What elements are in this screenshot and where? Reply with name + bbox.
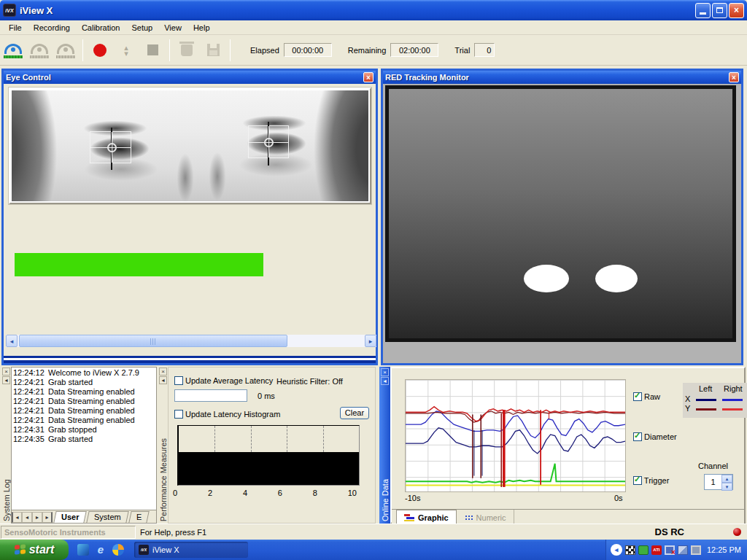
- scroll-right-button[interactable]: ▸: [365, 335, 376, 347]
- trace-legend: Left Right X Y: [683, 383, 747, 418]
- legend-swatch-x-left: [696, 399, 716, 401]
- system-log-close-button[interactable]: ×: [2, 368, 10, 376]
- window-bottom-edge: [4, 356, 376, 363]
- close-icon: ×: [734, 5, 739, 15]
- close-button[interactable]: ×: [729, 3, 744, 18]
- raw-checkbox[interactable]: ✓: [633, 392, 642, 401]
- restore-button[interactable]: [712, 3, 727, 18]
- nav-prev-icon: ◂: [26, 514, 28, 521]
- tray-ati-icon[interactable]: ATI: [651, 545, 662, 555]
- taskbar-task-iview-x[interactable]: iVX iView X: [134, 542, 248, 558]
- log-next-tab-button[interactable]: ▸: [32, 512, 42, 523]
- channel-down-button[interactable]: ▾: [721, 483, 732, 491]
- diameter-checkbox[interactable]: ✓: [633, 432, 642, 441]
- trigger-checkbox[interactable]: ✓: [633, 476, 642, 485]
- system-log-label: System Log: [2, 479, 11, 521]
- log-entry: 12:24:21Data Streaming enabled: [13, 397, 156, 406]
- latency-ms-label: 0 ms: [258, 392, 275, 400]
- log-prev-tab-button[interactable]: ◂: [22, 512, 32, 523]
- iview-x-application: iVX iView X × FileRecordingCalibrationSe…: [0, 0, 747, 560]
- eye-camera-image[interactable]: [12, 90, 368, 201]
- log-last-tab-button[interactable]: ▸: [42, 512, 53, 523]
- start-button[interactable]: start: [0, 540, 69, 560]
- axis-tick: 8: [313, 489, 317, 497]
- system-tray: ◂ ATI × 12:25 PM: [605, 540, 747, 560]
- latency-value-input[interactable]: [174, 389, 247, 402]
- increment-trial-button[interactable]: ▴▾: [115, 39, 138, 61]
- log-first-tab-button[interactable]: ◂: [12, 512, 22, 523]
- stop-button[interactable]: [141, 39, 164, 61]
- menu-calibration[interactable]: Calibration: [76, 22, 126, 34]
- online-data-graph[interactable]: [405, 379, 626, 492]
- scrollbar-track[interactable]: [18, 335, 365, 347]
- calibration-button[interactable]: [28, 39, 51, 61]
- floppy-disk-icon: [207, 44, 220, 56]
- tab-numeric[interactable]: Numeric: [457, 510, 514, 524]
- update-average-latency-checkbox[interactable]: [174, 376, 183, 385]
- quicklaunch-app-icon[interactable]: [77, 544, 89, 556]
- eye-control-client: ◂ ▸: [4, 84, 376, 363]
- tab-graphic[interactable]: Graphic: [396, 510, 457, 524]
- tray-chevron-button[interactable]: ◂: [611, 544, 622, 556]
- axis-tick: 4: [243, 489, 247, 497]
- menu-file[interactable]: File: [3, 22, 28, 34]
- scroll-left-button[interactable]: ◂: [6, 335, 18, 347]
- log-tab-user[interactable]: User: [53, 511, 87, 523]
- spin-down-icon: ▾: [726, 484, 729, 489]
- tray-network-icon[interactable]: [678, 545, 688, 555]
- menu-view[interactable]: View: [158, 22, 187, 34]
- menu-help[interactable]: Help: [187, 22, 216, 34]
- raw-label: Raw: [644, 392, 660, 401]
- tray-display-icon[interactable]: [691, 545, 701, 555]
- eye-control-close-button[interactable]: ×: [363, 72, 374, 82]
- trigger-checkbox-row: ✓ Trigger: [633, 476, 669, 485]
- save-button[interactable]: [201, 39, 225, 61]
- online-data-tabbar: Graphic Numeric: [392, 509, 744, 524]
- right-eye-crosshair: [248, 125, 289, 158]
- validation-button[interactable]: [54, 39, 77, 61]
- app-title: iView X: [20, 5, 694, 16]
- trigger-label: Trigger: [644, 476, 669, 485]
- system-log-panel: × ◂ System Log 12:24:12Welcome to iView …: [1, 367, 157, 524]
- menu-setup[interactable]: Setup: [125, 22, 158, 34]
- status-bar: SensoMotoric Instruments For Help, press…: [0, 524, 747, 540]
- tray-flag-icon[interactable]: [625, 545, 635, 555]
- eye-control-titlebar[interactable]: Eye Control ×: [4, 71, 376, 84]
- tray-network-disconnected-icon[interactable]: ×: [665, 545, 675, 555]
- performance-collapse-button[interactable]: ◂: [159, 376, 167, 384]
- legend-left-header: Left: [699, 384, 712, 393]
- chevron-left-icon: ◂: [615, 546, 619, 553]
- media-player-icon[interactable]: [112, 544, 124, 556]
- channel-spinner[interactable]: 1 ▴ ▾: [704, 474, 733, 490]
- clear-button[interactable]: Clear: [340, 407, 369, 419]
- internet-explorer-icon[interactable]: e: [95, 544, 107, 556]
- check-icon: ✓: [634, 431, 640, 440]
- red-monitor-titlebar[interactable]: RED Tracking Monitor ×: [383, 71, 741, 84]
- update-latency-histogram-checkbox[interactable]: [174, 410, 183, 419]
- help-hint: For Help, press F1: [140, 528, 206, 537]
- calibration-icon: [31, 44, 48, 57]
- eye-image-button[interactable]: [1, 39, 25, 61]
- record-button[interactable]: [88, 39, 112, 61]
- performance-close-button[interactable]: ×: [159, 368, 167, 376]
- system-log-collapse-button[interactable]: ◂: [2, 376, 10, 384]
- log-tab-cut[interactable]: E: [128, 511, 150, 523]
- channel-up-button[interactable]: ▴: [721, 475, 732, 483]
- elapsed-field: 00:00:00: [284, 43, 332, 57]
- scrollbar-thumb[interactable]: [19, 335, 287, 347]
- tray-utility-icon[interactable]: [638, 545, 649, 555]
- log-tab-system[interactable]: System: [87, 511, 129, 523]
- collapse-icon: ◂: [161, 377, 164, 384]
- online-data-close-button[interactable]: ×: [381, 368, 389, 376]
- remaining-field: 02:00:00: [390, 43, 438, 57]
- discard-button[interactable]: [175, 39, 198, 61]
- windows-logo-icon: [15, 544, 26, 556]
- log-list[interactable]: 12:24:12Welcome to iView X 2.7.912:24:21…: [12, 368, 156, 510]
- menu-recording[interactable]: Recording: [28, 22, 76, 34]
- eye-control-scrollbar[interactable]: ◂ ▸: [6, 335, 376, 347]
- red-monitor-close-button[interactable]: ×: [729, 72, 739, 82]
- minimize-button[interactable]: [695, 3, 711, 18]
- log-entry: 12:24:12Welcome to iView X 2.7.9: [13, 368, 156, 378]
- online-data-collapse-button[interactable]: ◂: [381, 377, 389, 385]
- nav-first-icon: ◂: [15, 514, 18, 521]
